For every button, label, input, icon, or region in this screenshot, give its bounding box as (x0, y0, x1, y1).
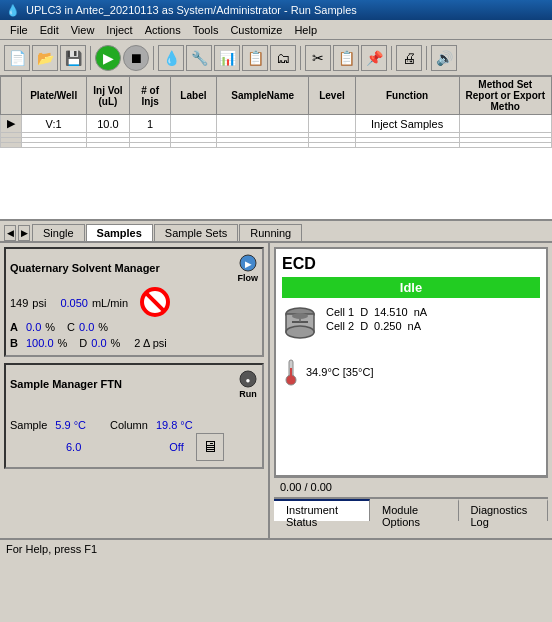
tab-module-options[interactable]: Module Options (370, 499, 458, 521)
toolbar-btn-new[interactable]: 📄 (4, 45, 30, 71)
toolbar-btn-cut[interactable]: ✂ (305, 45, 331, 71)
menu-file[interactable]: File (4, 23, 34, 37)
ecd-status: Idle (282, 277, 540, 298)
menu-customize[interactable]: Customize (224, 23, 288, 37)
menu-view[interactable]: View (65, 23, 101, 37)
tab-running[interactable]: Running (239, 224, 302, 241)
toolbar-btn-copy[interactable]: 📋 (333, 45, 359, 71)
smftn-run-button[interactable]: ● Run (238, 369, 258, 399)
svg-point-6 (286, 326, 314, 338)
channel-a-value[interactable]: 0.0 (26, 321, 41, 333)
col-header-function: Function (355, 77, 459, 115)
qsm-channels-row: A 0.0 % C 0.0 % B 100.0 % D 0.0 % (10, 321, 258, 351)
cell-level[interactable] (309, 115, 355, 133)
cell2-label: Cell 2 (326, 320, 354, 332)
smftn-sample-temp[interactable]: 5.9 °C (55, 419, 86, 431)
channel-d-value[interactable]: 0.0 (91, 337, 106, 349)
row-icon: ▶ (1, 115, 22, 133)
ecd-cells-row: Cell 1 D 14.510 nA Cell 2 D 0.250 nA (282, 306, 540, 348)
tab-strip: ◀ ▶ Single Samples Sample Sets Running (0, 221, 552, 243)
cell-platewell[interactable]: V:1 (21, 115, 86, 133)
col-header-numinjs: # of Injs (130, 77, 170, 115)
cell2-value: 0.250 (374, 320, 402, 332)
toolbar-btn-stop[interactable]: ⏹ (123, 45, 149, 71)
tab-sample-sets[interactable]: Sample Sets (154, 224, 238, 241)
toolbar-btn-seq[interactable]: 🗂 (270, 45, 296, 71)
bottom-area: Quaternary Solvent Manager ▶ Flow 149 ps… (0, 243, 552, 538)
svg-text:▶: ▶ (245, 260, 252, 269)
tab-samples[interactable]: Samples (86, 224, 153, 241)
menu-inject[interactable]: Inject (100, 23, 138, 37)
channel-a-unit: % (45, 321, 55, 333)
smftn-column-label: Column (110, 419, 148, 431)
qsm-pressure-unit: psi (32, 297, 46, 309)
menu-actions[interactable]: Actions (139, 23, 187, 37)
toolbar: 📄 📂 💾 ▶ ⏹ 💧 🔧 📊 📋 🗂 ✂ 📋 📌 🖨 🔊 (0, 40, 552, 76)
ecd-panel: ECD Idle Cell 1 D (274, 247, 548, 477)
toolbar-btn-prime[interactable]: 📊 (214, 45, 240, 71)
cell-injvol[interactable]: 10.0 (86, 115, 130, 133)
ecd-progress-row: 0.00 / 0.00 (274, 477, 548, 497)
menu-help[interactable]: Help (288, 23, 323, 37)
tab-scroll-right[interactable]: ▶ (18, 225, 30, 241)
quaternary-solvent-manager-panel: Quaternary Solvent Manager ▶ Flow 149 ps… (4, 247, 264, 357)
svg-point-7 (292, 313, 308, 319)
channel-a-label: A (10, 321, 22, 333)
channel-b-value[interactable]: 100.0 (26, 337, 54, 349)
channel-b-unit: % (58, 337, 68, 349)
tab-instrument-status[interactable]: Instrument Status (274, 499, 370, 521)
toolbar-btn-save[interactable]: 💾 (60, 45, 86, 71)
toolbar-btn-run[interactable]: ▶ (95, 45, 121, 71)
toolbar-btn-paste[interactable]: 📌 (361, 45, 387, 71)
ecd-cell1-row: Cell 1 D 14.510 nA (326, 306, 427, 318)
cell-function[interactable]: Inject Samples (355, 115, 459, 133)
title-bar: 💧 UPLC3 in Antec_20210113 as System/Admi… (0, 0, 552, 20)
sep-4 (391, 46, 392, 70)
toolbar-btn-wash[interactable]: 🔧 (186, 45, 212, 71)
cell1-unit: nA (414, 306, 427, 318)
channel-d-unit: % (111, 337, 121, 349)
qsm-flowrate-link[interactable]: 0.050 (60, 297, 88, 309)
col-header-platewell[interactable]: Plate/Well (21, 77, 86, 115)
toolbar-btn-print[interactable]: 🖨 (396, 45, 422, 71)
ecd-temp-row: 34.9°C [35°C] (282, 358, 540, 386)
menu-tools[interactable]: Tools (187, 23, 225, 37)
toolbar-btn-sound[interactable]: 🔊 (431, 45, 457, 71)
toolbar-btn-method[interactable]: 📋 (242, 45, 268, 71)
cell-samplename[interactable] (217, 115, 309, 133)
tab-diagnostics-log[interactable]: Diagnostics Log (459, 499, 549, 521)
toolbar-btn-open[interactable]: 📂 (32, 45, 58, 71)
tab-single[interactable]: Single (32, 224, 85, 241)
toolbar-btn-purge[interactable]: 💧 (158, 45, 184, 71)
channel-c-value[interactable]: 0.0 (79, 321, 94, 333)
qsm-channel-a-row: A 0.0 % C 0.0 % (10, 321, 167, 333)
ecd-cell-icon-container (282, 306, 318, 348)
cell-stack-icon (282, 306, 318, 346)
smftn-sample-val-link[interactable]: 6.0 (66, 441, 81, 453)
no-flow-icon (140, 287, 170, 317)
cell-method[interactable] (459, 115, 551, 133)
qsm-no-symbol (140, 287, 170, 319)
cell2-unit: nA (408, 320, 421, 332)
tab-scroll-left[interactable]: ◀ (4, 225, 16, 241)
sep-2 (153, 46, 154, 70)
cell2-channel: D (360, 320, 368, 332)
ecd-temp-value: 34.9°C [35°C] (306, 366, 374, 378)
left-panel: Quaternary Solvent Manager ▶ Flow 149 ps… (0, 243, 270, 538)
qsm-flowrate-unit: mL/min (92, 297, 128, 309)
smftn-column-value: Off (169, 441, 183, 453)
table-row[interactable]: ▶ V:1 10.0 1 Inject Samples (1, 115, 552, 133)
smftn-value-row: 6.0 Off 🖥 (10, 433, 258, 461)
smftn-column-temp[interactable]: 19.8 °C (156, 419, 193, 431)
thermometer-icon (282, 358, 300, 386)
cell-label[interactable] (170, 115, 216, 133)
smftn-column-val-link[interactable]: Off (169, 441, 183, 453)
qsm-flow-button[interactable]: ▶ Flow (238, 253, 259, 283)
col-header-label: Label (170, 77, 216, 115)
channel-b-label: B (10, 337, 22, 349)
status-text: For Help, press F1 (6, 543, 97, 555)
cell-numinjs[interactable]: 1 (130, 115, 170, 133)
menu-edit[interactable]: Edit (34, 23, 65, 37)
qsm-flowrate-value[interactable]: 0.050 (60, 297, 88, 309)
col-header-samplename: SampleName (217, 77, 309, 115)
